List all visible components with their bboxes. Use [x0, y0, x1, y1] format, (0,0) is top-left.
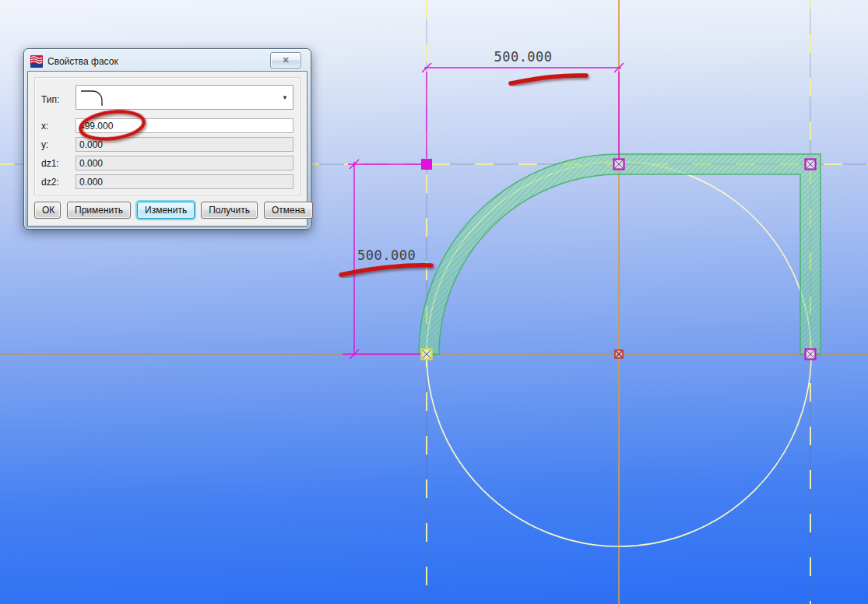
chevron-down-icon: ▼	[282, 94, 288, 101]
get-button[interactable]: Получить	[201, 202, 258, 219]
solid-magenta-grip	[421, 159, 432, 170]
application-window: 500.000 500.000	[0, 0, 868, 604]
properties-group: Тип: ▼ x: y: dz1:	[34, 77, 300, 195]
field-row-type: Тип: ▼	[41, 85, 293, 114]
crossed-grip-bottom-right	[806, 349, 816, 360]
field-row-x: x:	[41, 118, 293, 133]
close-icon: ✕	[282, 56, 289, 65]
dialog-client-area: Тип: ▼ x: y: dz1:	[27, 71, 307, 226]
field-row-dz2: dz2:	[41, 174, 293, 189]
field-row-y: y:	[41, 137, 293, 152]
selected-wall[interactable]	[419, 154, 821, 354]
chamfer-properties-dialog: Свойства фасок ✕ Тип: ▼ x:	[23, 48, 311, 230]
dz2-field	[76, 174, 293, 189]
dimension-label-horizontal: 500.000	[494, 49, 552, 65]
x-field[interactable]	[76, 118, 293, 133]
cancel-button[interactable]: Отмена	[264, 202, 313, 219]
dialog-buttons: ОК Применить Изменить Получить Отмена	[34, 202, 300, 219]
dz1-field	[76, 156, 293, 170]
close-button[interactable]: ✕	[270, 52, 301, 68]
y-field	[76, 137, 293, 152]
origin-marker	[615, 350, 623, 358]
crossed-grip-top-right	[806, 160, 816, 170]
dialog-title: Свойства фасок	[47, 56, 118, 67]
fillet-curve-icon	[79, 88, 106, 107]
dimension-horizontal[interactable]	[422, 63, 624, 158]
y-label: y:	[41, 139, 76, 150]
apply-button[interactable]: Применить	[67, 202, 131, 219]
field-row-dz1: dz1:	[41, 156, 293, 170]
type-label: Тип:	[41, 94, 76, 105]
app-icon	[30, 55, 43, 68]
crossed-grip-arc-start-yellow	[422, 349, 432, 360]
crossed-grip-arc-top	[614, 160, 624, 170]
dimension-label-vertical: 500.000	[357, 248, 416, 263]
dz2-label: dz2:	[41, 177, 76, 188]
change-button[interactable]: Изменить	[137, 202, 195, 219]
x-label: x:	[41, 121, 76, 132]
dz1-label: dz1:	[41, 158, 76, 169]
ok-button[interactable]: ОК	[34, 202, 61, 219]
type-combobox[interactable]: ▼	[76, 85, 293, 110]
dialog-titlebar[interactable]: Свойства фасок ✕	[27, 52, 307, 71]
